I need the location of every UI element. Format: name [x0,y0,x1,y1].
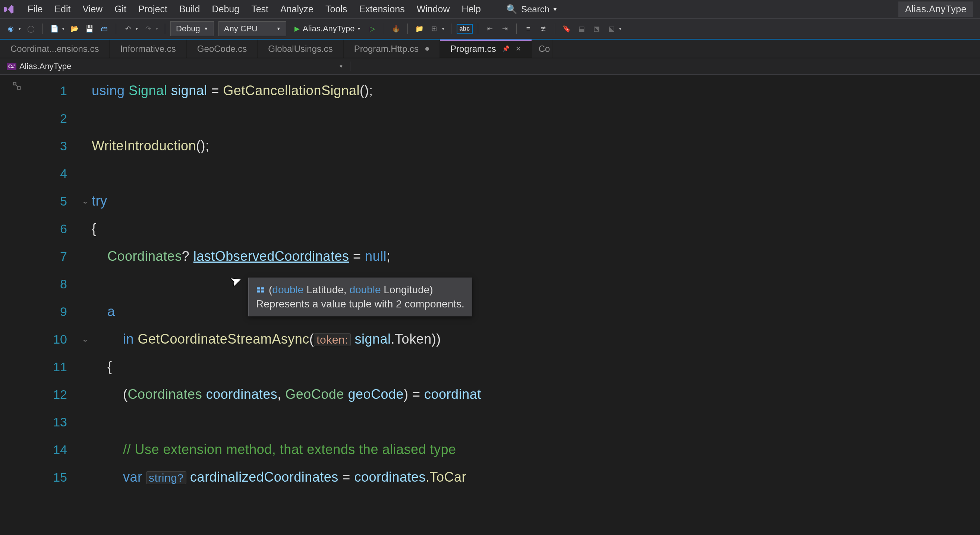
start-without-debug-button[interactable]: ▷ [366,22,379,35]
menu-extensions[interactable]: Extensions [353,2,410,17]
line-number: 2 [33,104,67,132]
bookmark-clear-button[interactable]: ⬕ ▾ [605,22,623,35]
chevron-down-icon: ▼ [204,26,208,31]
nav-back-button[interactable]: ◉ ▾ [5,22,22,35]
menu-analyze[interactable]: Analyze [274,2,320,17]
indent-more-button[interactable]: ⇥ [498,22,511,35]
line-number: 5 [33,187,67,215]
new-file-icon: 📄 [48,22,61,35]
chevron-down-icon: ▾ [358,26,360,31]
separator [165,24,165,34]
line-number: 6 [33,215,67,243]
separator [451,24,452,34]
indent-less-button[interactable]: ⇤ [484,22,496,35]
start-target-label: Alias.AnyType [303,24,355,34]
menu-build[interactable]: Build [173,2,206,17]
search-icon: 🔍 [506,4,517,14]
tooltip-text: Latitude, [304,284,349,295]
code-line: { [92,215,980,243]
tab-globalusings[interactable]: GlobalUsings.cs [258,40,343,58]
bookmark-button[interactable]: 🔖 [560,22,573,35]
project-selector[interactable]: C# Alias.AnyType ▼ [0,62,350,71]
separator [516,24,517,34]
menu-test[interactable]: Test [245,2,274,17]
separator [384,24,384,34]
redo-button[interactable]: ↷ ▾ [142,22,159,35]
csharp-badge-icon: C# [7,63,16,70]
fold-column: ⌄ ⌄ [78,75,92,535]
tooltip-text: double [349,284,380,295]
tab-coordinate-extensions[interactable]: Coordinat...ensions.cs [0,40,110,58]
chevron-down-icon: ▼ [552,6,558,12]
line-number-gutter: 1 2 3 4 5 6 7 8 9 10 11 12 13 14 15 [33,75,78,535]
tab-geocode[interactable]: GeoCode.cs [187,40,258,58]
editor-margin [0,75,33,535]
tooltip-text: double [272,284,304,295]
menu-debug[interactable]: Debug [206,2,246,17]
code-line: // Use extension method, that extends th… [92,436,980,463]
find-in-files-button[interactable]: ⊞ ▾ [428,22,446,35]
navigation-bar: C# Alias.AnyType ▼ [0,58,980,75]
new-item-button[interactable]: 📄 ▾ [48,22,66,35]
tab-label: Informative.cs [120,44,176,54]
hot-reload-button: 🔥 [390,22,402,35]
code-line: in GetCoordinateStreamAsync(token: signa… [92,325,980,353]
tab-informative[interactable]: Informative.cs [110,40,186,58]
bookmark-prev-button: ⬓ [575,22,588,35]
toolbar: ◉ ▾ ◯ 📄 ▾ 📂 💾 🗃 ↶ ▾ ↷ ▾ Debug ▼ Any CPU … [0,19,980,40]
menu-help[interactable]: Help [456,2,487,17]
platform-dropdown[interactable]: Any CPU ▼ [218,21,286,36]
uncomment-button[interactable]: ≢ [537,22,549,35]
menu-edit[interactable]: Edit [48,2,76,17]
chevron-down-icon: ▼ [339,64,343,69]
line-number: 13 [33,408,67,436]
pin-icon[interactable]: 📌 [502,45,509,52]
tab-label: Program.Http.cs [354,44,418,54]
comment-button[interactable]: ≡ [522,22,535,35]
code-line: { [92,353,980,380]
menu-tools[interactable]: Tools [320,2,353,17]
menu-project[interactable]: Project [132,2,173,17]
menu-git[interactable]: Git [108,2,132,17]
code-editor[interactable]: 1 2 3 4 5 6 7 8 9 10 11 12 13 14 15 ⌄ ⌄ … [0,75,980,535]
separator [43,24,43,34]
collapse-icon[interactable] [11,80,23,92]
code-line: try [92,187,980,215]
line-number: 12 [33,380,67,408]
chevron-down-icon: ▾ [618,27,623,31]
start-debug-button[interactable]: ▶ Alias.AnyType ▾ [291,22,363,35]
tab-program[interactable]: Program.cs 📌 ✕ [440,40,532,58]
config-dropdown[interactable]: Debug ▼ [170,21,214,36]
tab-program-http[interactable]: Program.Http.cs [344,40,440,58]
tab-overflow[interactable]: Co [532,40,553,58]
line-number: 15 [33,463,67,491]
menu-window[interactable]: Window [411,2,456,17]
separator [116,24,116,34]
tooltip-description: Represents a value tuple with 2 componen… [256,298,465,310]
search-box[interactable]: 🔍 Search ▼ [502,3,562,16]
open-file-button[interactable]: 📂 [68,22,81,35]
spell-check-button[interactable]: abc [457,24,473,34]
bookmark-next-button: ⬔ [590,22,603,35]
line-number: 10 [33,325,67,353]
save-all-button[interactable]: 🗃 [98,22,111,35]
fold-toggle[interactable]: ⌄ [78,187,92,215]
code-line [92,408,980,436]
close-icon[interactable]: ✕ [515,45,521,53]
browse-button[interactable]: 📁 [413,22,426,35]
code-line [92,104,980,132]
code-content[interactable]: using Signal signal = GetCancellationSig… [92,75,980,535]
fold-toggle[interactable]: ⌄ [78,325,92,353]
menu-view[interactable]: View [76,2,108,17]
menu-file[interactable]: File [22,2,48,17]
struct-icon [256,286,265,294]
tab-label: Program.cs [450,44,496,54]
tooltip-text: Longitude) [381,284,433,295]
chevron-down-icon: ▾ [17,27,22,31]
nav-forward-button: ◯ [25,22,37,35]
save-button[interactable]: 💾 [83,22,96,35]
code-line: Coordinates? lastObservedCoordinates = n… [92,243,980,270]
undo-button[interactable]: ↶ ▾ [121,22,139,35]
line-number: 9 [33,298,67,325]
tooltip-text: ( [269,284,272,295]
